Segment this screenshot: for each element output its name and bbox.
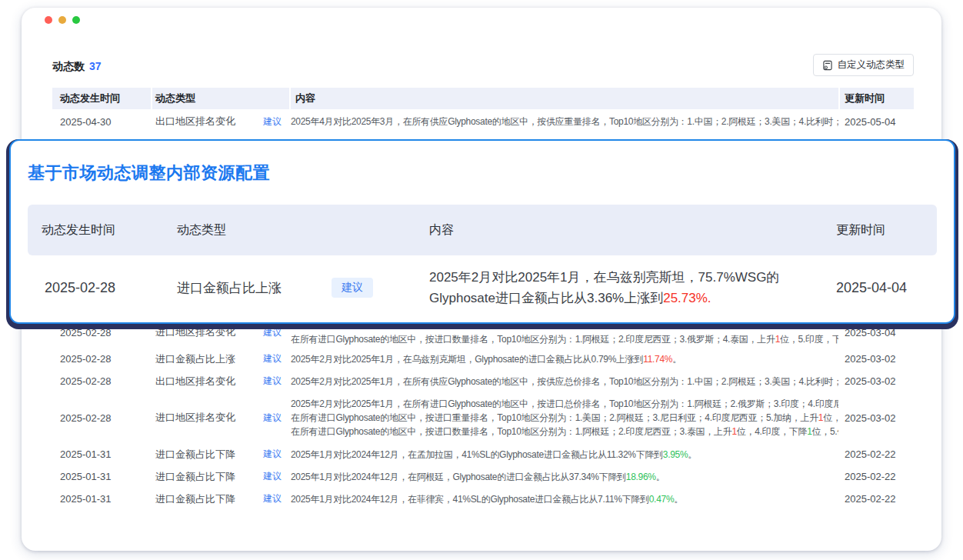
panel-row-update: 2025-04-04 xyxy=(817,280,937,296)
row-type: 进口金额占比下降建议 xyxy=(152,492,289,506)
panel-col-content: 内容 xyxy=(417,222,817,238)
table-row: 2025-02-28进口地区排名变化建议2025年2月对比2025年1月，在所有… xyxy=(52,392,914,443)
row-content-line: 在所有进口Glyphosate的地区中，按进口重量排名，Top10地区分别为：1… xyxy=(291,411,838,425)
panel-table-row: 2025-02-28 进口金额占比上涨 建议 2025年2月对比2025年1月，… xyxy=(28,260,937,315)
panel-row-content: 2025年2月对比2025年1月，在乌兹别亮斯坦，75.7%WSG的Glypho… xyxy=(417,267,814,308)
highlight-panel: 基于市场动态调整内部资源配置 动态发生时间 动态类型 内容 更新时间 2025-… xyxy=(9,139,955,324)
row-content-line: 2025年2月对比2025年1月，在乌兹别克斯坦，Glyphosate的进口金额… xyxy=(291,352,838,366)
row-update-time: 2025-02-22 xyxy=(840,448,914,460)
table-row: 2025-02-28出口地区排名变化建议2025年2月对比2025年1月，在所有… xyxy=(52,370,914,392)
row-content: 2025年1月对比2024年12月，在孟加拉国，41%SL的Glyphosate… xyxy=(291,448,838,462)
table-row: 2025-04-30出口地区排名变化建议2025年4月对比2025年3月，在所有… xyxy=(52,109,914,134)
zoom-window-button[interactable] xyxy=(72,16,80,24)
row-type: 出口地区排名变化建议 xyxy=(152,115,289,128)
row-update-time: 2025-03-02 xyxy=(840,412,914,424)
advise-link[interactable]: 建议 xyxy=(263,352,282,365)
row-type-label: 进口地区排名变化 xyxy=(155,411,235,425)
panel-col-occur-time: 动态发生时间 xyxy=(28,222,163,238)
col-header-occur-time: 动态发生时间 xyxy=(52,88,151,109)
panel-row-type: 进口金额占比上涨 建议 xyxy=(163,278,417,298)
row-content-line: 2025年1月对比2024年12月，在阿根廷，Glyphosate的进口金额占比… xyxy=(291,470,838,484)
customize-dynamic-type-button[interactable]: 自定义动态类型 xyxy=(813,54,915,76)
advise-link[interactable]: 建议 xyxy=(263,115,282,128)
row-content: 2025年1月对比2024年12月，在阿根廷，Glyphosate的进口金额占比… xyxy=(291,470,838,484)
dynamics-count-value: 37 xyxy=(89,60,102,72)
row-content-line: 在所有进口Glyphosate的地区中，按进口数量排名，Top10地区分别为：1… xyxy=(291,425,838,438)
row-content: 2025年2月对比2025年1月，在乌兹别克斯坦，Glyphosate的进口金额… xyxy=(291,352,838,366)
row-type: 进口金额占比下降建议 xyxy=(152,470,289,484)
row-type: 进口金额占比上涨建议 xyxy=(152,352,289,366)
table-row: 2025-02-28进口金额占比上涨建议2025年2月对比2025年1月，在乌兹… xyxy=(52,348,914,370)
panel-row-content-highlight: 25.73%. xyxy=(663,291,711,305)
row-content: 2025年1月对比2024年12月，在菲律宾，41%SL的Glyphosate进… xyxy=(291,492,838,506)
row-content-line: 2025年4月对比2025年3月，在所有供应Glyphosate的地区中，按供应… xyxy=(291,115,838,128)
panel-title: 基于市场动态调整内部资源配置 xyxy=(28,162,937,185)
row-content-line: 2025年2月对比2025年1月，在所有供应Glyphosate的地区中，按供应… xyxy=(291,375,838,388)
row-occur-time: 2025-04-30 xyxy=(52,116,151,128)
advise-link[interactable]: 建议 xyxy=(263,448,282,461)
col-header-type: 动态类型 xyxy=(152,88,289,109)
row-occur-time: 2025-01-31 xyxy=(52,471,151,482)
row-update-time: 2025-02-22 xyxy=(840,493,914,505)
row-update-time: 2025-03-02 xyxy=(840,353,914,365)
row-type: 出口地区排名变化建议 xyxy=(152,375,289,388)
close-window-button[interactable] xyxy=(45,16,52,24)
table-row: 2025-01-31进口金额占比下降建议2025年1月对比2024年12月，在菲… xyxy=(52,488,914,510)
advise-link[interactable]: 建议 xyxy=(263,375,282,388)
col-header-content: 内容 xyxy=(291,88,838,109)
dynamics-count-label: 动态数 xyxy=(52,60,85,72)
row-content-line: 2025年2月对比2025年1月，在所有进口Glyphosate的地区中，按进口… xyxy=(291,397,838,411)
panel-row-content-text: 2025年2月对比2025年1月，在乌兹别亮斯坦，75.7%WSG的Glypho… xyxy=(429,270,779,305)
customize-button-label: 自定义动态类型 xyxy=(838,58,905,72)
row-update-time: 2025-02-22 xyxy=(840,471,914,482)
row-occur-time: 2025-01-31 xyxy=(52,493,151,505)
row-occur-time: 2025-02-28 xyxy=(52,412,151,424)
row-type-label: 进口金额占比下降 xyxy=(155,470,235,484)
row-type-label: 进口金额占比下降 xyxy=(155,492,235,506)
panel-col-update-time: 更新时间 xyxy=(817,222,937,238)
row-occur-time: 2025-02-28 xyxy=(52,375,151,387)
row-content: 2025年2月对比2025年1月，在所有进口Glyphosate的地区中，按进口… xyxy=(291,397,838,438)
minimize-window-button[interactable] xyxy=(58,16,66,24)
row-update-time: 2025-05-04 xyxy=(840,116,914,128)
advise-link[interactable]: 建议 xyxy=(263,492,282,505)
row-type-label: 进口金额占比下降 xyxy=(155,448,235,462)
row-content-line: 2025年1月对比2024年12月，在孟加拉国，41%SL的Glyphosate… xyxy=(291,448,838,462)
col-header-update-time: 更新时间 xyxy=(840,88,914,109)
row-content: 2025年2月对比2025年1月，在所有供应Glyphosate的地区中，按供应… xyxy=(291,375,838,388)
advise-link[interactable]: 建议 xyxy=(263,470,282,483)
row-type: 进口地区排名变化建议 xyxy=(152,411,289,425)
table-row: 2025-01-31进口金额占比下降建议2025年1月对比2024年12月，在孟… xyxy=(52,443,914,465)
advise-badge[interactable]: 建议 xyxy=(332,278,373,298)
advise-link[interactable]: 建议 xyxy=(263,412,282,425)
panel-col-type: 动态类型 xyxy=(163,222,417,238)
highlight-panel-shadow: 基于市场动态调整内部资源配置 动态发生时间 动态类型 内容 更新时间 2025-… xyxy=(6,139,958,329)
row-occur-time: 2025-02-28 xyxy=(52,353,151,365)
window-controls xyxy=(45,16,80,24)
panel-row-date: 2025-02-28 xyxy=(28,280,163,296)
row-content: 2025年4月对比2025年3月，在所有供应Glyphosate的地区中，按供应… xyxy=(291,115,838,128)
row-content-line: 2025年1月对比2024年12月，在菲律宾，41%SL的Glyphosate进… xyxy=(291,492,838,506)
row-type-label: 出口地区排名变化 xyxy=(155,115,235,128)
row-occur-time: 2025-01-31 xyxy=(52,448,151,460)
row-type-label: 出口地区排名变化 xyxy=(155,375,235,388)
row-type: 进口金额占比下降建议 xyxy=(152,448,289,462)
row-content-line: 在所有进口Glyphosate的地区中，按进口数量排名，Top10地区分别为：1… xyxy=(291,332,838,346)
page: 动态数37 自定义动态类型 动态发生时间 动态类型 内容 更新时间 2025-0… xyxy=(0,0,963,560)
panel-table-header: 动态发生时间 动态类型 内容 更新时间 xyxy=(28,205,937,255)
customize-icon xyxy=(822,60,833,71)
panel-row-type-label: 进口金额占比上涨 xyxy=(177,279,282,297)
table-header: 动态发生时间 动态类型 内容 更新时间 xyxy=(52,88,914,109)
table-row: 2025-01-31进口金额占比下降建议2025年1月对比2024年12月，在阿… xyxy=(52,465,914,488)
page-title: 动态数37 xyxy=(52,60,102,74)
row-type-label: 进口金额占比上涨 xyxy=(155,352,235,366)
row-update-time: 2025-03-02 xyxy=(840,375,914,387)
